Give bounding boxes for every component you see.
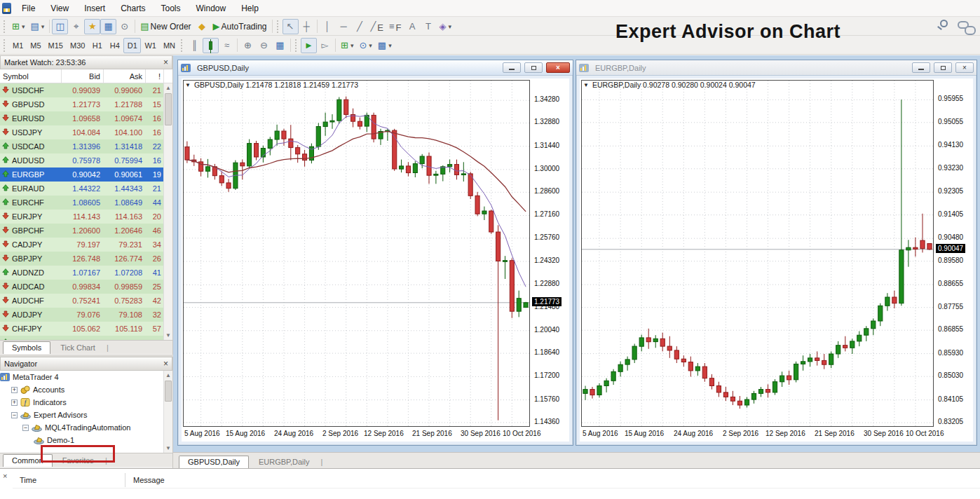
market-watch-scrollbar[interactable]: ▲▼ bbox=[163, 83, 172, 340]
column-divider[interactable] bbox=[125, 473, 125, 487]
market-watch-row-gbpchf[interactable]: GBPCHF1.206001.2064646 bbox=[0, 224, 172, 238]
expand-icon[interactable]: + bbox=[11, 399, 18, 406]
collapse-icon[interactable]: − bbox=[11, 412, 18, 418]
autotrading-button[interactable]: ▶AutoTrading bbox=[210, 19, 270, 34]
strategy-tester-toggle-button[interactable]: ⊙ bbox=[116, 19, 132, 34]
timeframe-mn-button[interactable]: MN bbox=[160, 38, 179, 53]
timeframe-w1-button[interactable]: W1 bbox=[141, 38, 160, 53]
vertical-line-button[interactable]: │ bbox=[320, 19, 336, 34]
bar-chart-button[interactable]: ║ bbox=[186, 38, 203, 53]
candlestick-plot[interactable] bbox=[581, 80, 934, 427]
toolbar-grip[interactable] bbox=[277, 20, 280, 33]
arrows-button[interactable]: ◈▾ bbox=[437, 19, 455, 34]
market-watch-row-cadjpy[interactable]: CADJPY79.19779.23134 bbox=[0, 238, 172, 252]
close-icon[interactable]: × bbox=[163, 360, 168, 367]
menu-view[interactable]: View bbox=[43, 1, 76, 16]
close-button[interactable]: × bbox=[546, 62, 570, 73]
market-watch-row-chfjpy[interactable]: CHFJPY105.062105.11957 bbox=[0, 322, 172, 336]
text-button[interactable]: A bbox=[404, 19, 421, 34]
navigator-scrollbar[interactable]: ▲ ▼ bbox=[163, 371, 172, 453]
tree-item-accounts[interactable]: +Accounts bbox=[0, 383, 172, 396]
close-button[interactable]: × bbox=[955, 62, 974, 73]
crosshair-button[interactable]: ┼ bbox=[299, 19, 315, 34]
restore-button[interactable] bbox=[524, 62, 543, 73]
tree-item-indicators[interactable]: +fIndicators bbox=[0, 396, 172, 409]
scroll-thumb[interactable] bbox=[165, 381, 172, 402]
scroll-down-icon[interactable]: ▼ bbox=[164, 444, 172, 453]
line-chart-button[interactable]: ≈ bbox=[219, 38, 235, 53]
chart-tab-eurgbp-daily[interactable]: EURGBP,Daily bbox=[250, 456, 319, 468]
timeframe-m30-button[interactable]: M30 bbox=[67, 38, 88, 53]
timeframe-h4-button[interactable]: H4 bbox=[106, 38, 123, 53]
close-icon[interactable]: × bbox=[3, 472, 7, 480]
toolbar-grip[interactable] bbox=[4, 39, 7, 52]
trendline-button[interactable]: ╱ bbox=[352, 19, 368, 34]
market-watch-tab-symbols[interactable]: Symbols bbox=[3, 341, 50, 354]
close-icon[interactable]: × bbox=[163, 59, 168, 66]
new-order-button[interactable]: ▤New Order bbox=[137, 19, 193, 34]
tile-windows-button[interactable]: ▦ bbox=[272, 38, 288, 53]
market-watch-row-gbpjpy[interactable]: GBPJPY126.748126.77426 bbox=[0, 252, 172, 266]
market-watch-row-audjpy[interactable]: AUDJPY79.07679.10832 bbox=[0, 308, 172, 322]
tree-item-mql4tradingautomation[interactable]: −MQL4TradingAutomation bbox=[0, 421, 172, 434]
market-watch-row-eurchf[interactable]: EURCHF1.086051.0864944 bbox=[0, 196, 172, 210]
metaeditor-button[interactable]: ◆ bbox=[194, 19, 210, 34]
scroll-up-icon[interactable]: ▲ bbox=[164, 371, 172, 380]
collapse-icon[interactable]: − bbox=[22, 425, 29, 431]
terminal-toggle-button[interactable]: ▦ bbox=[100, 19, 116, 34]
fibonacci-button[interactable]: ≡F bbox=[386, 19, 404, 34]
scroll-thumb[interactable] bbox=[165, 93, 172, 125]
column-header-symbol[interactable]: Symbol bbox=[0, 69, 62, 83]
templates-button[interactable]: ▩▾ bbox=[375, 38, 395, 53]
timeframe-h1-button[interactable]: H1 bbox=[88, 38, 106, 53]
chart-window-titlebar[interactable]: GBPUSD,Daily × bbox=[178, 60, 573, 76]
market-watch-row-eurnzd[interactable]: EURNZD1.546721.5473451 bbox=[0, 336, 172, 340]
menu-tools[interactable]: Tools bbox=[154, 1, 189, 16]
menu-file[interactable]: File bbox=[14, 1, 43, 16]
market-watch-row-audcad[interactable]: AUDCAD0.998340.9985925 bbox=[0, 280, 172, 294]
chart-tab-gbpusd-daily[interactable]: GBPUSD,Daily bbox=[179, 456, 249, 468]
menu-insert[interactable]: Insert bbox=[76, 1, 113, 16]
horizontal-line-button[interactable]: ─ bbox=[336, 19, 352, 34]
timeframe-m1-button[interactable]: M1 bbox=[9, 38, 27, 53]
new-chart-button[interactable]: ⊞▾ bbox=[9, 19, 27, 34]
timeframe-d1-button[interactable]: D1 bbox=[123, 38, 141, 53]
search-icon[interactable] bbox=[940, 20, 948, 27]
menu-charts[interactable]: Charts bbox=[113, 1, 153, 16]
tree-item-metatrader-4[interactable]: MetaTrader 4 bbox=[0, 371, 172, 383]
market-watch-row-usdcad[interactable]: USDCAD1.313961.3141822 bbox=[0, 139, 172, 153]
market-watch-row-audnzd[interactable]: AUDNZD1.071671.0720841 bbox=[0, 266, 172, 280]
cursor-button[interactable]: ↖ bbox=[283, 19, 299, 34]
timeframe-m15-button[interactable]: M15 bbox=[45, 38, 67, 53]
column-header-bid[interactable]: Bid bbox=[62, 69, 104, 83]
toolbar-grip[interactable] bbox=[295, 39, 299, 52]
minimize-button[interactable] bbox=[503, 62, 521, 73]
timeframe-m5-button[interactable]: M5 bbox=[27, 38, 44, 53]
market-watch-row-audchf[interactable]: AUDCHF0.752410.7528342 bbox=[0, 294, 172, 308]
chart-shift-button[interactable]: ▻ bbox=[317, 38, 333, 53]
toolbar-grip[interactable] bbox=[181, 39, 184, 52]
market-watch-row-eurjpy[interactable]: EURJPY114.143114.16320 bbox=[0, 210, 172, 224]
data-window-toggle-button[interactable]: ⌖ bbox=[68, 19, 84, 34]
scroll-down-icon[interactable]: ▼ bbox=[164, 331, 172, 340]
toolbar-grip[interactable] bbox=[4, 20, 7, 33]
indicators-button[interactable]: ⊞▾ bbox=[338, 38, 356, 53]
scroll-up-icon[interactable]: ▲ bbox=[164, 83, 172, 93]
candlestick-plot[interactable] bbox=[183, 80, 530, 427]
market-watch-row-usdjpy[interactable]: USDJPY104.084104.10016 bbox=[0, 125, 172, 139]
market-watch-row-eurgbp[interactable]: EURGBP0.900420.9006119 bbox=[0, 168, 172, 182]
market-watch-row-gbpusd[interactable]: GBPUSD1.217731.2178815 bbox=[0, 97, 172, 111]
zoom-out-button[interactable]: ⊖ bbox=[256, 38, 272, 53]
market-watch-row-euraud[interactable]: EURAUD1.443221.4434321 bbox=[0, 182, 172, 196]
chat-bubbles-icon[interactable] bbox=[958, 21, 969, 29]
menu-help[interactable]: Help bbox=[233, 1, 266, 16]
navigator-toggle-button[interactable]: ★ bbox=[84, 19, 100, 34]
market-watch-toggle-button[interactable]: ◫ bbox=[52, 19, 68, 34]
market-watch-row-audusd[interactable]: AUDUSD0.759780.7599416 bbox=[0, 153, 172, 168]
auto-scroll-button[interactable]: ► bbox=[301, 38, 317, 53]
text-label-button[interactable]: T bbox=[421, 19, 437, 34]
column-header-ask[interactable]: Ask bbox=[104, 69, 146, 83]
minimize-button[interactable] bbox=[912, 62, 930, 73]
profiles-button[interactable]: ▤▾ bbox=[27, 19, 47, 34]
market-watch-row-usdchf[interactable]: USDCHF0.990390.9906021 bbox=[0, 83, 172, 97]
